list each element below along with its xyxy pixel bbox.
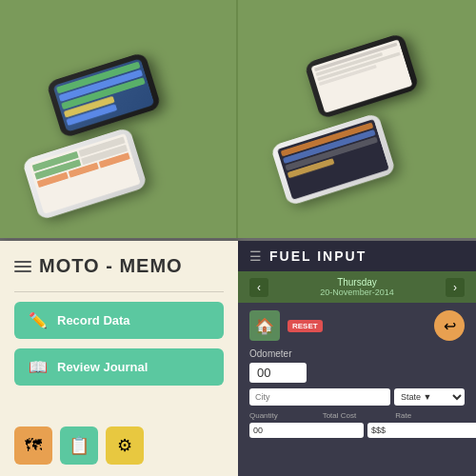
city-input[interactable]	[249, 388, 390, 406]
hamburger-line-3	[14, 270, 31, 272]
review-btn-label: Review Journal	[57, 360, 148, 374]
date-full: 20-November-2014	[320, 288, 394, 297]
book-icon: 📖	[29, 358, 48, 376]
black-phone-screen	[52, 58, 154, 132]
panel-header: MOTO - MEMO	[14, 255, 224, 282]
black-phone	[46, 51, 162, 138]
record-data-button[interactable]: ✏️ Record Data	[14, 302, 224, 339]
prev-date-button[interactable]: ‹	[249, 278, 268, 297]
home-icon: 🏠	[255, 317, 274, 335]
phone-mockups-right	[262, 24, 452, 214]
top-right-panel	[238, 0, 476, 238]
odometer-label: Odometer	[249, 348, 465, 359]
white-phone-screen	[29, 133, 141, 214]
black-phone-2-screen	[310, 39, 412, 113]
pencil-icon: ✏️	[29, 311, 48, 329]
total-cost-header: Total Cost	[323, 411, 392, 420]
header-divider	[14, 291, 224, 292]
column-headers: Quantity Total Cost Rate	[249, 411, 465, 420]
record-btn-label: Record Data	[57, 313, 130, 327]
map-icon: 🗺	[25, 436, 42, 456]
reset-badge[interactable]: RESET	[288, 320, 323, 332]
fuel-header: ☰ FUEL INPUT	[238, 241, 476, 271]
journal-icon-btn[interactable]: 📋	[60, 426, 98, 465]
fuel-content: 🏠 RESET ↩ Odometer State ▼ Quantity Tota…	[238, 303, 476, 476]
gear-icon: ⚙	[117, 435, 132, 456]
journal-icon: 📋	[69, 435, 89, 456]
fuel-title: FUEL INPUT	[269, 248, 367, 264]
back-icon: ↩	[444, 317, 456, 335]
bottom-icon-row: 🗺 📋 ⚙	[14, 426, 224, 465]
city-state-row: State ▼	[249, 388, 465, 406]
review-journal-button[interactable]: 📖 Review Journal	[14, 348, 224, 386]
home-button[interactable]: 🏠	[249, 310, 280, 341]
hamburger-menu[interactable]	[14, 261, 31, 272]
rate-header: Rate	[395, 411, 465, 420]
quantity-header: Quantity	[249, 411, 319, 420]
hamburger-line-2	[14, 266, 31, 268]
date-navigation: ‹ Thursday 20-November-2014 ›	[238, 271, 476, 303]
next-date-button[interactable]: ›	[446, 278, 465, 297]
black-phone-2	[304, 32, 420, 119]
date-day: Thursday	[320, 277, 394, 288]
white-phone	[22, 127, 148, 221]
state-select[interactable]: State ▼	[394, 388, 465, 406]
hamburger-line-1	[14, 261, 31, 263]
back-button[interactable]: ↩	[434, 310, 465, 341]
moto-memo-panel: MOTO - MEMO ✏️ Record Data 📖 Review Jour…	[0, 241, 238, 476]
settings-icon-btn[interactable]: ⚙	[106, 426, 144, 465]
date-info: Thursday 20-November-2014	[320, 277, 394, 297]
app-title: MOTO - MEMO	[39, 255, 183, 277]
phone-mockups-left	[23, 24, 213, 214]
column-inputs	[249, 423, 465, 438]
quantity-input[interactable]	[249, 423, 364, 438]
fuel-header-icon: ☰	[249, 248, 262, 264]
top-left-panel	[0, 0, 238, 238]
map-icon-btn[interactable]: 🗺	[14, 426, 52, 465]
total-cost-input[interactable]	[367, 423, 476, 438]
odometer-input[interactable]	[249, 363, 307, 383]
action-buttons: 🏠 RESET ↩	[249, 310, 465, 341]
white-phone-2	[270, 112, 396, 207]
white-phone-2-screen	[277, 119, 389, 200]
fuel-input-panel: ☰ FUEL INPUT ‹ Thursday 20-November-2014…	[238, 241, 476, 476]
